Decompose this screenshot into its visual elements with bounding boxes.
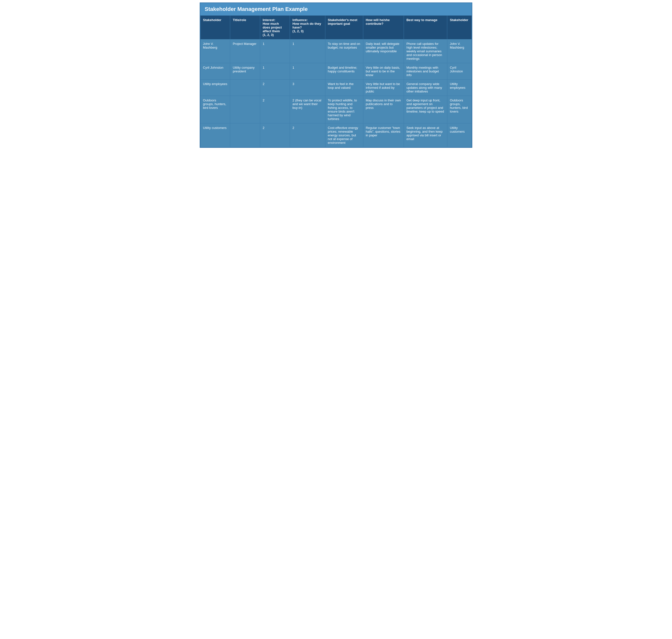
page-wrapper: Stakeholder Management Plan Example Stak… <box>200 2 472 148</box>
table-row: Utility employees23Want to feel in the l… <box>201 80 472 96</box>
cell-contribute: Daily lead; will delegate smaller projec… <box>363 40 404 63</box>
cell-influence: 1 <box>290 40 325 63</box>
cell-goal: Budget and timeline; happy constituents <box>325 63 363 80</box>
cell-goal: Want to feel in the loop and valued <box>325 80 363 96</box>
cell-stakeholder2: Utility employees <box>447 80 472 96</box>
cell-contribute: Very little but want to be informed if a… <box>363 80 404 96</box>
cell-stakeholder: Cyril Johnston <box>201 63 230 80</box>
cell-contribute: May discuss in their own publications an… <box>363 96 404 124</box>
header-title: Title/role <box>230 16 260 40</box>
table-row: Outdoors groups, hunters, bird lovers22 … <box>201 96 472 124</box>
cell-influence: 1 <box>290 63 325 80</box>
table-row: Cyril JohnstonUtility company president1… <box>201 63 472 80</box>
cell-interest: 1 <box>260 63 290 80</box>
header-goal: Stakeholder's most important goal <box>325 16 363 40</box>
cell-influence: 2 (they can be vocal and we want their b… <box>290 96 325 124</box>
cell-manage: Phone call updates for high level milest… <box>404 40 447 63</box>
cell-title: Project Manager <box>230 40 260 63</box>
cell-manage: Seek input as above at beginning, and th… <box>404 124 447 147</box>
cell-contribute: Regular customer "town halls", questions… <box>363 124 404 147</box>
cell-stakeholder: John V. Mashberg <box>201 40 230 63</box>
cell-stakeholder2: Utility customers <box>447 124 472 147</box>
cell-stakeholder2: Cyril Johnston <box>447 63 472 80</box>
cell-manage: Get deep input up front, and agreement o… <box>404 96 447 124</box>
cell-title <box>230 80 260 96</box>
header-contribute: How will he/she contribute? <box>363 16 404 40</box>
cell-manage: Monthly meetings with milestones and bud… <box>404 63 447 80</box>
cell-stakeholder: Utility customers <box>201 124 230 147</box>
cell-influence: 3 <box>290 80 325 96</box>
cell-interest: 2 <box>260 96 290 124</box>
table-row: Utility customers22Cost-effective energy… <box>201 124 472 147</box>
cell-manage: General company wide updates along with … <box>404 80 447 96</box>
cell-interest: 2 <box>260 80 290 96</box>
header-manage: Best way to manage <box>404 16 447 40</box>
header-row: Stakeholder Title/role Interest:How much… <box>201 16 472 40</box>
cell-goal: Cost-effective energy prices; renewable … <box>325 124 363 147</box>
cell-stakeholder: Utility employees <box>201 80 230 96</box>
cell-goal: To protect wildlife, to keep hunting and… <box>325 96 363 124</box>
table-row: John V. MashbergProject Manager11To stay… <box>201 40 472 63</box>
page-title: Stakeholder Management Plan Example <box>200 3 472 15</box>
header-stakeholder: Stakeholder <box>201 16 230 40</box>
cell-interest: 2 <box>260 124 290 147</box>
stakeholder-table: Stakeholder Title/role Interest:How much… <box>200 15 472 147</box>
header-influence: Influence:How much do they have?(1, 2, 3… <box>290 16 325 40</box>
cell-title: Utility company president <box>230 63 260 80</box>
cell-contribute: Very little on daily basis, but want to … <box>363 63 404 80</box>
cell-influence: 2 <box>290 124 325 147</box>
header-interest: Interest:How much does project affect th… <box>260 16 290 40</box>
cell-interest: 1 <box>260 40 290 63</box>
header-stakeholder2: Stakeholder <box>447 16 472 40</box>
cell-stakeholder2: Outdoors groups, hunters, bird lovers <box>447 96 472 124</box>
cell-title <box>230 96 260 124</box>
cell-goal: To stay on time and on budget; no surpri… <box>325 40 363 63</box>
cell-title <box>230 124 260 147</box>
table-body: John V. MashbergProject Manager11To stay… <box>201 40 472 147</box>
cell-stakeholder2: John V. Mashberg <box>447 40 472 63</box>
cell-stakeholder: Outdoors groups, hunters, bird lovers <box>201 96 230 124</box>
